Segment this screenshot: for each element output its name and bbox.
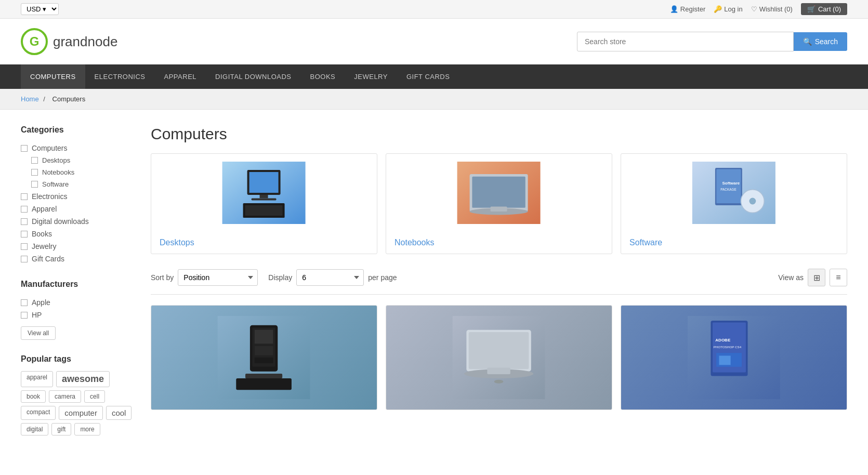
- controls-bar: Sort by PositionName: A to ZName: Z to A…: [151, 269, 847, 295]
- sidebar-category-books[interactable]: Books: [21, 228, 135, 240]
- logo-text: grandnode: [53, 34, 117, 50]
- sidebar-category-computers[interactable]: Computers: [21, 142, 135, 154]
- checkbox-icon: [31, 181, 38, 188]
- search-input[interactable]: [577, 32, 794, 51]
- nav-item-apparel[interactable]: APPAREL: [155, 64, 206, 89]
- svg-rect-11: [491, 206, 507, 212]
- sidebar-category-software[interactable]: Software: [21, 178, 135, 190]
- svg-rect-2: [249, 172, 279, 193]
- content-area: Computers Desktops Notebooks Software PA…: [151, 125, 847, 450]
- sidebar-category-jewelry[interactable]: Jewelry: [21, 240, 135, 253]
- tag-computer[interactable]: computer: [59, 406, 103, 420]
- svg-text:Software: Software: [722, 181, 740, 186]
- heart-icon: ♡: [751, 5, 757, 13]
- register-link[interactable]: 👤 Register: [670, 5, 705, 13]
- nav-item-books[interactable]: BOOKS: [301, 64, 345, 89]
- breadcrumb-separator: /: [43, 95, 47, 103]
- wishlist-link[interactable]: ♡ Wishlist (0): [751, 5, 793, 13]
- checkbox-icon: [21, 231, 28, 238]
- categories-section: Categories ComputersDesktopsNotebooksSof…: [21, 125, 135, 265]
- tag-compact[interactable]: compact: [21, 406, 56, 420]
- tag-digital[interactable]: digital: [21, 423, 48, 436]
- manufacturers-title: Manufacturers: [21, 280, 135, 289]
- sidebar-manufacturer-hp[interactable]: HP: [21, 309, 135, 321]
- manufacturers-section: Manufacturers AppleHP View all: [21, 280, 135, 340]
- tag-apparel[interactable]: apparel: [21, 371, 53, 387]
- view-all-button[interactable]: View all: [21, 326, 56, 340]
- main-nav: COMPUTERSELECTRONICSAPPARELDIGITAL DOWNL…: [0, 64, 868, 89]
- svg-rect-26: [236, 378, 292, 390]
- page-title: Computers: [151, 125, 847, 143]
- tag-awesome[interactable]: awesome: [56, 371, 110, 387]
- product-card[interactable]: ADOBE PHOTOSHOP CS4: [621, 305, 847, 410]
- tag-book[interactable]: book: [21, 390, 46, 403]
- display-select[interactable]: 63912: [296, 269, 364, 286]
- sidebar-category-desktops[interactable]: Desktops: [21, 154, 135, 166]
- nav-item-digital-downloads[interactable]: DIGITAL DOWNLOADS: [206, 64, 300, 89]
- currency-selector[interactable]: USD ▾: [21, 3, 59, 15]
- top-bar-right: 👤 Register 🔑 Log in ♡ Wishlist (0) 🛒 Car…: [670, 3, 847, 15]
- notebook-illustration: [409, 162, 589, 224]
- cart-button[interactable]: 🛒 Cart (0): [801, 3, 847, 15]
- login-icon: 🔑: [714, 5, 722, 13]
- breadcrumb: Home / Computers: [0, 89, 868, 110]
- search-button[interactable]: 🔍 Search: [794, 32, 847, 51]
- product-image-0: [174, 316, 354, 399]
- svg-rect-14: [716, 169, 741, 203]
- category-card-image: [386, 154, 612, 232]
- software-illustration: Software PACKAGE: [655, 162, 813, 224]
- svg-rect-31: [488, 368, 510, 374]
- nav-item-gift-cards[interactable]: GIFT CARDS: [397, 64, 459, 89]
- sidebar-category-gift-cards[interactable]: Gift Cards: [21, 253, 135, 265]
- category-card-desktops[interactable]: Desktops: [151, 153, 377, 254]
- sidebar-manufacturer-apple[interactable]: Apple: [21, 296, 135, 309]
- top-bar-left: USD ▾: [21, 3, 59, 15]
- sort-select[interactable]: PositionName: A to ZName: Z to APrice: L…: [178, 269, 258, 286]
- product-card[interactable]: [151, 305, 377, 410]
- svg-rect-3: [260, 195, 268, 198]
- popular-tags-title: Popular tags: [21, 354, 135, 364]
- sidebar-category-digital-downloads[interactable]: Digital downloads: [21, 215, 135, 228]
- sidebar-category-electronics[interactable]: Electronics: [21, 190, 135, 203]
- svg-rect-25: [245, 374, 282, 378]
- category-card-notebooks[interactable]: Notebooks: [386, 153, 612, 254]
- svg-rect-24: [255, 358, 273, 363]
- nav-item-jewelry[interactable]: JEWELRY: [345, 64, 397, 89]
- logo-circle: G: [21, 28, 48, 55]
- category-card-label: Notebooks: [386, 232, 612, 254]
- grid-icon: ⊞: [813, 273, 820, 283]
- list-view-button[interactable]: ≡: [830, 269, 847, 286]
- top-bar: USD ▾ 👤 Register 🔑 Log in ♡ Wishlist (0)…: [0, 0, 868, 19]
- tag-cool[interactable]: cool: [106, 406, 132, 420]
- svg-text:PACKAGE: PACKAGE: [720, 188, 736, 191]
- grid-view-button[interactable]: ⊞: [808, 269, 825, 286]
- svg-rect-4: [252, 198, 277, 200]
- sidebar-category-notebooks[interactable]: Notebooks: [21, 166, 135, 178]
- logo[interactable]: G grandnode: [21, 28, 117, 55]
- search-icon: 🔍: [803, 37, 812, 46]
- tag-cell[interactable]: cell: [84, 390, 105, 403]
- per-page-label: per page: [368, 273, 397, 282]
- sort-group: Sort by PositionName: A to ZName: Z to A…: [151, 269, 258, 286]
- login-link[interactable]: 🔑 Log in: [714, 5, 742, 13]
- main-layout: Categories ComputersDesktopsNotebooksSof…: [0, 110, 868, 466]
- category-card-image: Software PACKAGE: [621, 154, 847, 232]
- checkbox-icon: [21, 206, 28, 213]
- tag-gift[interactable]: gift: [51, 423, 71, 436]
- cart-icon: 🛒: [807, 5, 816, 13]
- sidebar-category-apparel[interactable]: Apparel: [21, 203, 135, 215]
- search-bar: 🔍 Search: [577, 32, 847, 51]
- checkbox-icon: [21, 256, 28, 262]
- nav-item-electronics[interactable]: ELECTRONICS: [85, 64, 155, 89]
- product-grid: ADOBE PHOTOSHOP CS4: [151, 305, 847, 410]
- tag-more[interactable]: more: [74, 423, 100, 436]
- tag-camera[interactable]: camera: [49, 390, 81, 403]
- breadcrumb-home[interactable]: Home: [21, 95, 39, 103]
- product-card[interactable]: [386, 305, 612, 410]
- category-card-software[interactable]: Software PACKAGE Software: [621, 153, 847, 254]
- svg-rect-29: [469, 332, 529, 369]
- nav-item-computers[interactable]: COMPUTERS: [21, 64, 85, 89]
- svg-point-32: [494, 380, 504, 384]
- category-card-image: [151, 154, 377, 232]
- categories-title: Categories: [21, 125, 135, 135]
